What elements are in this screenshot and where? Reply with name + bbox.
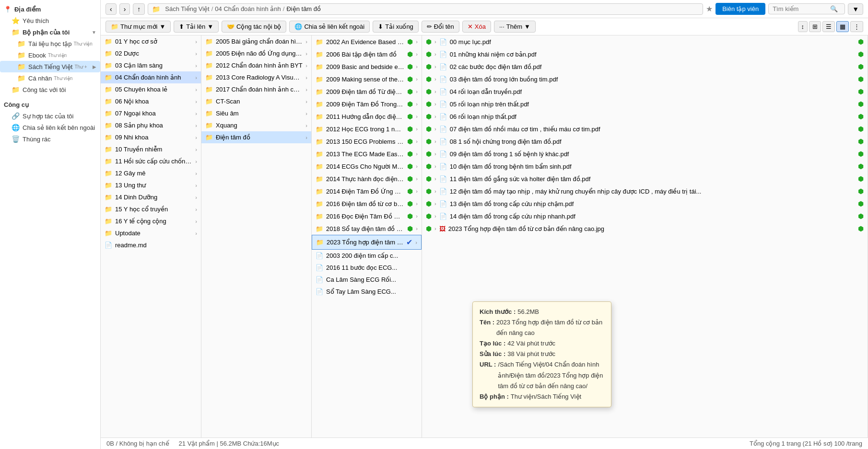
pdf-icon: 📄 (316, 264, 323, 271)
share-link-button[interactable]: 🌐 Chia sẻ liên kết ngoài (289, 21, 370, 33)
pdf-dtd-18[interactable]: 📄 2003 200 điện tim cấp c... (312, 250, 422, 262)
folder-item-10[interactable]: 📁 10 Truyền nhiễm › (101, 143, 201, 155)
upload-button[interactable]: ⬆ Tải lên ▼ (174, 21, 219, 33)
more-button[interactable]: ··· Thêm ▼ (494, 21, 536, 33)
sidebar-item-su-hop-tac[interactable]: 🔗 Sự hợp tác của tôi (0, 110, 100, 122)
file-f10[interactable]: ⬢ › 📄 09 điện tâm đồ trong 1 số bệnh lý … (422, 148, 868, 160)
file-f15[interactable]: ⬢ › 📄 14 điện tâm đồ trong cấp cứu nhịp … (422, 210, 868, 222)
folder-dtd-4[interactable]: 📁 2009 Making sense of the ECG case for … (312, 73, 422, 85)
sidebar-item-yeu-thich[interactable]: ⭐ Yêu thích (0, 15, 100, 26)
folder-item-12[interactable]: 📁 12 Gây mê › (101, 167, 201, 179)
sidebar-item-chia-se[interactable]: 🌐 Chia sẻ liên kết bên ngoài (0, 122, 100, 133)
folder-item-03[interactable]: 📁 03 Cận lâm sàng › (101, 59, 201, 71)
file-f12[interactable]: ⬢ › 📄 11 điện tâm đồ gắng sức và holter … (422, 173, 868, 185)
breadcrumb-cdha[interactable]: 04 Chẩn đoán hình ảnh (215, 5, 281, 12)
collaborate-button[interactable]: 🤝 Cộng tác nội bộ (222, 21, 286, 33)
sidebar-item-tai-lieu[interactable]: 📁 Tài liệu học tập Thư viện (0, 38, 100, 49)
sidebar-section-dia-diem[interactable]: 📍 Địa điểm (0, 4, 100, 15)
view-details-button[interactable]: ▦ (836, 21, 849, 32)
folder-dtd-16[interactable]: 📁 2018 Sổ tay điện tâm đồ - Phạm Nguyễn … (312, 222, 422, 235)
breadcrumb-dtd[interactable]: Điện tâm đồ (286, 5, 321, 12)
view-more-button[interactable]: ⋮ (850, 21, 863, 32)
dropdown-button[interactable]: ▼ (848, 3, 863, 15)
delete-button[interactable]: ✕ Xóa (462, 21, 491, 33)
folder-item-09[interactable]: 📁 09 Nhi khoa › (101, 131, 201, 143)
pdf-dtd-19[interactable]: 📄 2016 11 bước đọc ECG... (312, 262, 422, 274)
file-f09[interactable]: ⬢ › 📄 08 1 số hội chứng trong điện tâm đ… (422, 135, 868, 148)
folder-item-16[interactable]: 📁 16 Y tế cộng cộng › (101, 215, 201, 227)
folder-dtd-7[interactable]: 📁 2011 Hướng dẫn đọc điện tim - Trần Đỗ … (312, 110, 422, 123)
view-list-button[interactable]: ☰ (822, 21, 835, 32)
sidebar-item-ebook[interactable]: 📁 Ebook Thư viện (0, 49, 100, 61)
pdf-dtd-21[interactable]: 📄 Sổ Tay Lâm Sàng ECG... (312, 286, 422, 298)
file-f01[interactable]: ⬢ › 📄 00 mục lục.pdf ⬢ (422, 35, 868, 48)
file-f08[interactable]: ⬢ › 📄 07 điện tâm đồ nhồi máu cơ tim , t… (422, 123, 868, 135)
sidebar-section-cong-cu[interactable]: Công cụ (0, 99, 100, 110)
view-grid-button[interactable]: ⊞ (809, 21, 821, 32)
folder-sieu-am[interactable]: 📁 Siêu âm › (201, 107, 311, 119)
folder-dtd-11[interactable]: 📁 2014 ECGs Cho Người Mới Bắt Đầu – ECGs… (312, 160, 422, 173)
new-folder-button[interactable]: 📁 Thư mục mới ▼ (106, 21, 171, 33)
back-button[interactable]: ‹ (106, 3, 117, 15)
file-f02[interactable]: ⬢ › 📄 01 những khái niệm cơ bản.pdf ⬢ (422, 48, 868, 60)
sidebar-item-ca-nhan[interactable]: 📁 Cá nhân Thư viện (0, 72, 100, 84)
folder-core-radiology[interactable]: 📁 2013 Core Radiology A Visual Appro... … (201, 71, 311, 83)
folder-item-01[interactable]: 📁 01 Y học cơ sở › (101, 35, 201, 47)
folder-dtd-17[interactable]: 📁 2023 Tổng hợp điện tâm đồ từ cơ bản đế… (312, 235, 422, 250)
rename-button[interactable]: ✏ Đổi tên (422, 21, 459, 33)
folder-dtd-10[interactable]: 📁 2013 The ECG Made Easy 8e (Tieng Viet)… (312, 148, 422, 160)
file-f16[interactable]: ⬢ › 🖼 2023 Tổng hợp điện tâm đồ từ cơ bả… (422, 222, 868, 235)
file-f13[interactable]: ⬢ › 📄 12 điện tâm đồ máy tạo nhịp , máy … (422, 185, 868, 197)
folder-xquang[interactable]: 📁 Xquang › (201, 119, 311, 131)
search-input[interactable] (773, 5, 830, 12)
file-f07[interactable]: ⬢ › 📄 06 rối loạn nhịp thất.pdf ⬢ (422, 110, 868, 123)
folder-dtd-6[interactable]: 📁 2009 Điện Tâm Đồ Trong Thực Hành Lâm S… (312, 98, 422, 110)
sidebar-item-thung-rac[interactable]: 🗑️ Thùng rác (0, 133, 100, 145)
file-f11[interactable]: ⬢ › 📄 10 điện tâm đồ trong bệnh tim bẩm … (422, 160, 868, 173)
download-button[interactable]: ⬇ Tải xuống (373, 21, 419, 33)
folder-dtd-15[interactable]: 📁 2016 Đọc Điện Tâm Đồ Dễ Hơn - Nguyễn T… (312, 210, 422, 222)
folder-item-07[interactable]: 📁 07 Ngoại khoa › (101, 107, 201, 119)
bookmark-button[interactable]: ★ (706, 4, 713, 13)
edit-mode-button[interactable]: Biên tập viên (716, 3, 765, 15)
sidebar-item-bo-phan[interactable]: 📁 Bộ phận của tôi ▼ (0, 26, 100, 38)
folder-dtd-2[interactable]: 📁 2006 Bài tập điện tâm đồ ⬢ › (312, 48, 422, 60)
file-item-readme[interactable]: 📄 readme.md (101, 239, 201, 251)
folder-dtd-12[interactable]: 📁 2014 Thực hành đọc điện tim - Nguyễn Q… (312, 173, 422, 185)
sidebar-item-sach-tieng-viet[interactable]: 📁 Sách Tiếng Việt Thư + ▶ (0, 61, 100, 72)
folder-item-14[interactable]: 📁 14 Dinh Dưỡng › (101, 191, 201, 203)
folder-item-04[interactable]: 📁 04 Chẩn đoán hình ảnh › (101, 71, 201, 83)
folder-item-13[interactable]: 📁 13 Ung thư › (101, 179, 201, 191)
forward-button[interactable]: › (119, 3, 130, 15)
pdf-dtd-20[interactable]: 📄 Ca Lâm Sàng ECG Rối... (312, 274, 422, 286)
sort-button[interactable]: ↕ (798, 21, 808, 32)
folder-dtd-9[interactable]: 📁 2013 150 ECG Problems (Tieng Viet) ⬢ › (312, 135, 422, 148)
folder-dien-nao[interactable]: 📁 2005 Điện não đồ Ứng dụng trong th... … (201, 47, 311, 59)
folder-dtd-8[interactable]: 📁 2012 Học ECG trong 1 ngày ⬢ › (312, 123, 422, 135)
up-button[interactable]: ↑ (133, 3, 145, 15)
file-f05[interactable]: ⬢ › 📄 04 rối loạn dẫn truyền.pdf ⬢ (422, 85, 868, 98)
folder-dtd-3[interactable]: 📁 2009 Basic and bedside electrocardiogr… (312, 60, 422, 73)
sidebar-item-cong-tac[interactable]: 📁 Công tác với tôi (0, 84, 100, 95)
folder-item-11[interactable]: 📁 11 Hồi sức cấp cứu chống độc › (101, 155, 201, 167)
folder-dien-tam-do[interactable]: 📁 Điện tâm đồ › (201, 131, 311, 143)
folder-item-02[interactable]: 📁 02 Dược › (101, 47, 201, 59)
file-f03[interactable]: ⬢ › 📄 02 các bước đọc điện tâm đồ.pdf ⬢ (422, 60, 868, 73)
file-f14[interactable]: ⬢ › 📄 13 điện tâm đồ trong cấp cứu nhịp … (422, 197, 868, 210)
file-f06[interactable]: ⬢ › 📄 05 rối loạn nhịp trên thất.pdf ⬢ (422, 98, 868, 110)
breadcrumb-sach[interactable]: Sách Tiếng Việt (165, 5, 209, 12)
folder-item-uptodate[interactable]: 📁 Uptodate › (101, 227, 201, 239)
file-f04[interactable]: ⬢ › 📄 03 điện tâm đồ trong lớn buồng tim… (422, 73, 868, 85)
folder-dtd-14[interactable]: 📁 2016 Điện tâm đồ từ cơ bản đến nâng ca… (312, 197, 422, 210)
folder-bai-giang[interactable]: 📁 2005 Bài giảng chẩn đoán hình ả... › (201, 35, 311, 47)
folder-dtd-5[interactable]: 📁 2009 Điện tâm đồ Từ điện sinh lý đến c… (312, 85, 422, 98)
folder-dtd-1[interactable]: 📁 2002 An Evidence Based Manual of Reper… (312, 35, 422, 48)
folder-ct-scan[interactable]: 📁 CT-Scan › (201, 95, 311, 107)
folder-item-08[interactable]: 📁 08 Sản phụ khoa › (101, 119, 201, 131)
folder-cdha-byt[interactable]: 📁 2012 Chẩn đoán hình ảnh BYT › (201, 59, 311, 71)
folder-item-05[interactable]: 📁 05 Chuyên khoa lẻ › (101, 83, 201, 95)
folder-item-15[interactable]: 📁 15 Y học cổ truyền › (101, 203, 201, 215)
folder-item-06[interactable]: 📁 06 Nội khoa › (101, 95, 201, 107)
folder-chan-thuong[interactable]: 📁 2017 Chẩn đoán hình ảnh chấn thươ... › (201, 83, 311, 95)
folder-dtd-13[interactable]: 📁 2014 Điện Tâm Đồ Ứng Dụng Lâm Sàng – T… (312, 185, 422, 197)
